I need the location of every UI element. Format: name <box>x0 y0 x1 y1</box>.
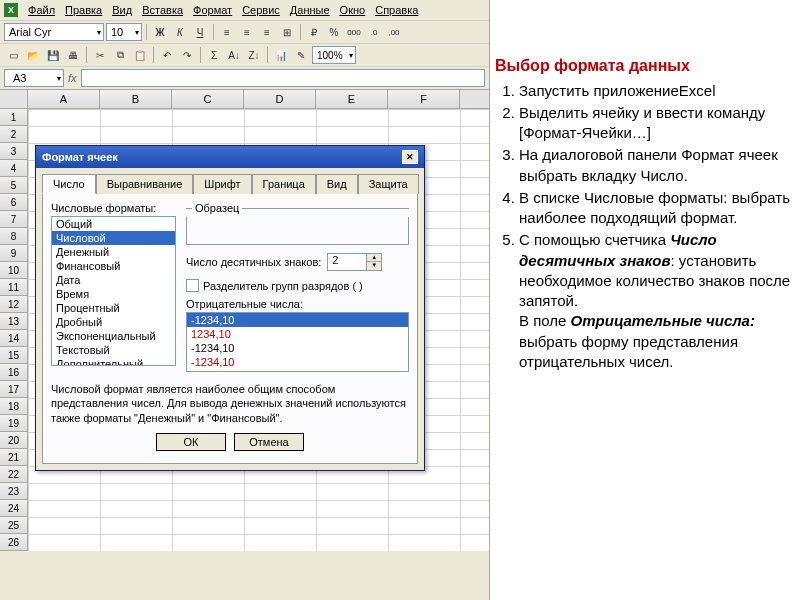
underline-button[interactable]: Ч <box>191 23 209 41</box>
col-header[interactable]: F <box>388 90 460 108</box>
row-header[interactable]: 9 <box>0 245 28 262</box>
number-formats-list[interactable]: ОбщийЧисловойДенежныйФинансовыйДатаВремя… <box>51 216 176 366</box>
row-header[interactable]: 26 <box>0 534 28 551</box>
paste-button[interactable]: 📋 <box>131 46 149 64</box>
autosum-button[interactable]: Σ <box>205 46 223 64</box>
comma-button[interactable]: 000 <box>345 23 363 41</box>
decrease-decimal-button[interactable]: ,00 <box>385 23 403 41</box>
percent-button[interactable]: % <box>325 23 343 41</box>
fx-icon[interactable]: fx <box>68 72 77 84</box>
sort-desc-button[interactable]: Z↓ <box>245 46 263 64</box>
format-list-item[interactable]: Финансовый <box>52 259 175 273</box>
name-box[interactable]: A3 <box>4 69 64 87</box>
format-list-item[interactable]: Числовой <box>52 231 175 245</box>
dialog-titlebar[interactable]: Формат ячеек ✕ <box>36 146 424 168</box>
tab-protection[interactable]: Защита <box>358 174 419 194</box>
format-list-item[interactable]: Текстовый <box>52 343 175 357</box>
ok-button[interactable]: ОК <box>156 433 226 451</box>
format-list-item[interactable]: Процентный <box>52 301 175 315</box>
increase-decimal-button[interactable]: .0 <box>365 23 383 41</box>
merge-button[interactable]: ⊞ <box>278 23 296 41</box>
row-header[interactable]: 18 <box>0 398 28 415</box>
row-header[interactable]: 1 <box>0 109 28 126</box>
row-header[interactable]: 13 <box>0 313 28 330</box>
decimals-input[interactable]: 2 <box>327 253 367 271</box>
col-header[interactable]: C <box>172 90 244 108</box>
drawing-button[interactable]: ✎ <box>292 46 310 64</box>
row-header[interactable]: 12 <box>0 296 28 313</box>
align-left-button[interactable]: ≡ <box>218 23 236 41</box>
menu-file[interactable]: Файл <box>24 2 59 18</box>
sort-asc-button[interactable]: A↓ <box>225 46 243 64</box>
menu-view[interactable]: Вид <box>108 2 136 18</box>
redo-button[interactable]: ↷ <box>178 46 196 64</box>
tab-number[interactable]: Число <box>42 174 96 194</box>
col-header[interactable]: D <box>244 90 316 108</box>
row-header[interactable]: 20 <box>0 432 28 449</box>
row-header[interactable]: 19 <box>0 415 28 432</box>
select-all-corner[interactable] <box>0 90 28 108</box>
new-button[interactable]: ▭ <box>4 46 22 64</box>
format-list-item[interactable]: Общий <box>52 217 175 231</box>
row-header[interactable]: 21 <box>0 449 28 466</box>
row-header[interactable]: 15 <box>0 347 28 364</box>
align-center-button[interactable]: ≡ <box>238 23 256 41</box>
formula-input[interactable] <box>81 69 485 87</box>
font-size-select[interactable]: 10 <box>106 23 142 41</box>
menu-help[interactable]: Справка <box>371 2 422 18</box>
row-header[interactable]: 24 <box>0 500 28 517</box>
menu-edit[interactable]: Правка <box>61 2 106 18</box>
format-list-item[interactable]: Дата <box>52 273 175 287</box>
align-right-button[interactable]: ≡ <box>258 23 276 41</box>
open-button[interactable]: 📂 <box>24 46 42 64</box>
row-header[interactable]: 4 <box>0 160 28 177</box>
save-button[interactable]: 💾 <box>44 46 62 64</box>
row-header[interactable]: 25 <box>0 517 28 534</box>
row-header[interactable]: 5 <box>0 177 28 194</box>
menu-insert[interactable]: Вставка <box>138 2 187 18</box>
menu-format[interactable]: Формат <box>189 2 236 18</box>
row-header[interactable]: 8 <box>0 228 28 245</box>
font-name-select[interactable]: Arial Cyr <box>4 23 104 41</box>
close-button[interactable]: ✕ <box>402 150 418 164</box>
row-header[interactable]: 22 <box>0 466 28 483</box>
row-header[interactable]: 16 <box>0 364 28 381</box>
row-header[interactable]: 7 <box>0 211 28 228</box>
tab-border[interactable]: Граница <box>252 174 316 194</box>
italic-button[interactable]: К <box>171 23 189 41</box>
col-header[interactable]: E <box>316 90 388 108</box>
format-list-item[interactable]: Время <box>52 287 175 301</box>
row-header[interactable]: 11 <box>0 279 28 296</box>
menu-data[interactable]: Данные <box>286 2 334 18</box>
negative-format-item[interactable]: -1234,10 <box>187 355 408 369</box>
spinner-up[interactable]: ▲ <box>367 254 381 262</box>
row-header[interactable]: 6 <box>0 194 28 211</box>
undo-button[interactable]: ↶ <box>158 46 176 64</box>
negative-format-item[interactable]: 1234,10 <box>187 327 408 341</box>
cancel-button[interactable]: Отмена <box>234 433 304 451</box>
bold-button[interactable]: Ж <box>151 23 169 41</box>
decimals-spinner[interactable]: 2 ▲ ▼ <box>327 253 382 271</box>
chart-button[interactable]: 📊 <box>272 46 290 64</box>
row-header[interactable]: 2 <box>0 126 28 143</box>
menu-tools[interactable]: Сервис <box>238 2 284 18</box>
format-list-item[interactable]: Денежный <box>52 245 175 259</box>
col-header[interactable]: B <box>100 90 172 108</box>
print-button[interactable]: 🖶 <box>64 46 82 64</box>
row-header[interactable]: 14 <box>0 330 28 347</box>
row-header[interactable]: 10 <box>0 262 28 279</box>
tab-alignment[interactable]: Выравнивание <box>96 174 194 194</box>
menu-window[interactable]: Окно <box>336 2 370 18</box>
cut-button[interactable]: ✂ <box>91 46 109 64</box>
row-header[interactable]: 3 <box>0 143 28 160</box>
thousands-separator-checkbox[interactable] <box>186 279 199 292</box>
row-header[interactable]: 17 <box>0 381 28 398</box>
tab-font[interactable]: Шрифт <box>193 174 251 194</box>
format-list-item[interactable]: Дополнительный <box>52 357 175 366</box>
spinner-down[interactable]: ▼ <box>367 262 381 270</box>
zoom-select[interactable]: 100% <box>312 46 356 64</box>
format-list-item[interactable]: Дробный <box>52 315 175 329</box>
tab-view[interactable]: Вид <box>316 174 358 194</box>
col-header[interactable]: A <box>28 90 100 108</box>
negative-format-item[interactable]: -1234,10 <box>187 313 408 327</box>
